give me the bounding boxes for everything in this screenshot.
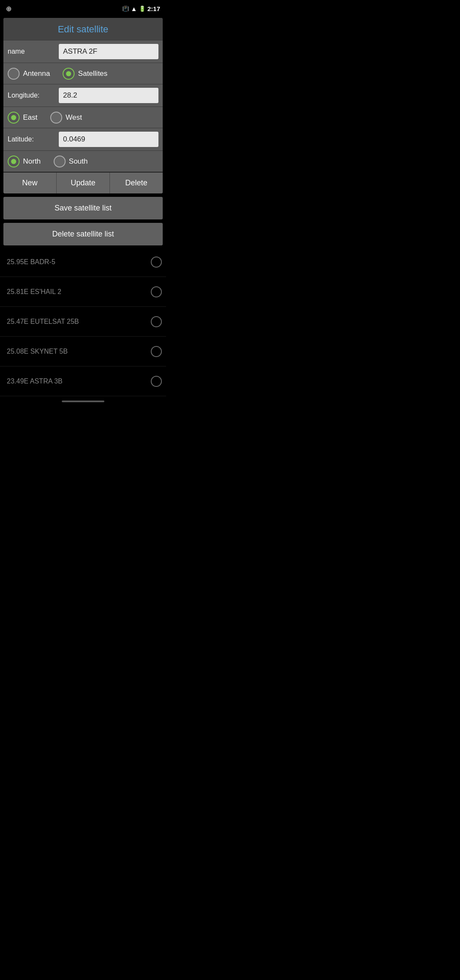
latitude-row: Latitude: xyxy=(3,128,163,150)
dialog-title: Edit satellite xyxy=(3,18,163,40)
antenna-label: Antenna xyxy=(23,69,50,78)
longitude-input[interactable] xyxy=(59,88,158,103)
action-buttons-row: New Update Delete xyxy=(3,172,163,193)
east-radio-dot xyxy=(11,115,16,120)
antenna-option[interactable]: Antenna xyxy=(8,68,50,80)
name-label: name xyxy=(8,48,59,55)
satellite-radio-eutelsat25b[interactable] xyxy=(151,316,162,327)
type-radio-row: Antenna Satellites xyxy=(3,63,163,84)
latitude-label: Latitude: xyxy=(8,135,59,143)
delete-satellite-list-button[interactable]: Delete satellite list xyxy=(3,223,163,245)
satellite-radio-badr5[interactable] xyxy=(151,257,162,268)
satellites-radio-btn[interactable] xyxy=(63,68,75,80)
edit-satellite-dialog: Edit satellite name Antenna Satellites L… xyxy=(3,18,163,193)
satellite-name-eshail2: 25.81E ES'HAIL 2 xyxy=(7,288,61,296)
satellites-option[interactable]: Satellites xyxy=(63,68,107,80)
satellite-name-astra3b: 23.49E ASTRA 3B xyxy=(7,378,63,385)
name-input[interactable] xyxy=(59,44,158,59)
ring-icon: ⊕ xyxy=(6,5,12,13)
name-row: name xyxy=(3,40,163,63)
east-option[interactable]: East xyxy=(8,112,37,124)
home-bar-line xyxy=(62,401,104,402)
satellites-label: Satellites xyxy=(78,69,107,78)
longitude-row: Longitude: xyxy=(3,84,163,107)
east-label: East xyxy=(23,113,37,122)
antenna-radio-btn[interactable] xyxy=(8,68,20,80)
satellites-radio-dot xyxy=(66,71,71,76)
satellite-list: 25.95E BADR-525.81E ES'HAIL 225.47E EUTE… xyxy=(0,247,166,396)
delete-button[interactable]: Delete xyxy=(110,173,163,193)
satellite-name-badr5: 25.95E BADR-5 xyxy=(7,258,55,266)
west-radio-btn[interactable] xyxy=(50,112,62,124)
satellite-name-eutelsat25b: 25.47E EUTELSAT 25B xyxy=(7,318,79,326)
north-label: North xyxy=(23,157,41,166)
satellite-item-skynet5b[interactable]: 25.08E SKYNET 5B xyxy=(0,337,166,366)
latitude-input[interactable] xyxy=(59,132,158,147)
vibrate-icon: 📳 xyxy=(122,6,129,12)
save-satellite-list-button[interactable]: Save satellite list xyxy=(3,197,163,219)
satellite-radio-eshail2[interactable] xyxy=(151,286,162,297)
west-label: West xyxy=(66,113,82,122)
ns-radio-row: North South xyxy=(3,150,163,172)
satellite-radio-astra3b[interactable] xyxy=(151,376,162,387)
wifi-icon: ▲ xyxy=(131,5,137,12)
north-radio-dot xyxy=(11,159,16,164)
east-radio-btn[interactable] xyxy=(8,112,20,124)
south-radio-btn[interactable] xyxy=(54,156,66,167)
status-left: ⊕ xyxy=(6,5,12,13)
north-option[interactable]: North xyxy=(8,156,41,167)
satellite-item-eshail2[interactable]: 25.81E ES'HAIL 2 xyxy=(0,277,166,307)
satellite-name-skynet5b: 25.08E SKYNET 5B xyxy=(7,348,68,355)
status-bar: ⊕ 📳 ▲ 🔋 2:17 xyxy=(0,0,166,15)
new-button[interactable]: New xyxy=(3,173,57,193)
battery-icon: 🔋 xyxy=(139,6,146,12)
update-button[interactable]: Update xyxy=(57,173,110,193)
satellite-item-astra3b[interactable]: 23.49E ASTRA 3B xyxy=(0,366,166,396)
home-bar xyxy=(0,396,166,406)
status-right: 📳 ▲ 🔋 2:17 xyxy=(122,5,160,12)
ew-radio-row: East West xyxy=(3,107,163,128)
south-label: South xyxy=(69,157,88,166)
satellite-item-eutelsat25b[interactable]: 25.47E EUTELSAT 25B xyxy=(0,307,166,337)
south-option[interactable]: South xyxy=(54,156,88,167)
north-radio-btn[interactable] xyxy=(8,156,20,167)
longitude-label: Longitude: xyxy=(8,92,59,99)
satellite-item-badr5[interactable]: 25.95E BADR-5 xyxy=(0,247,166,277)
satellite-radio-skynet5b[interactable] xyxy=(151,346,162,357)
time-display: 2:17 xyxy=(147,5,160,12)
west-option[interactable]: West xyxy=(50,112,82,124)
